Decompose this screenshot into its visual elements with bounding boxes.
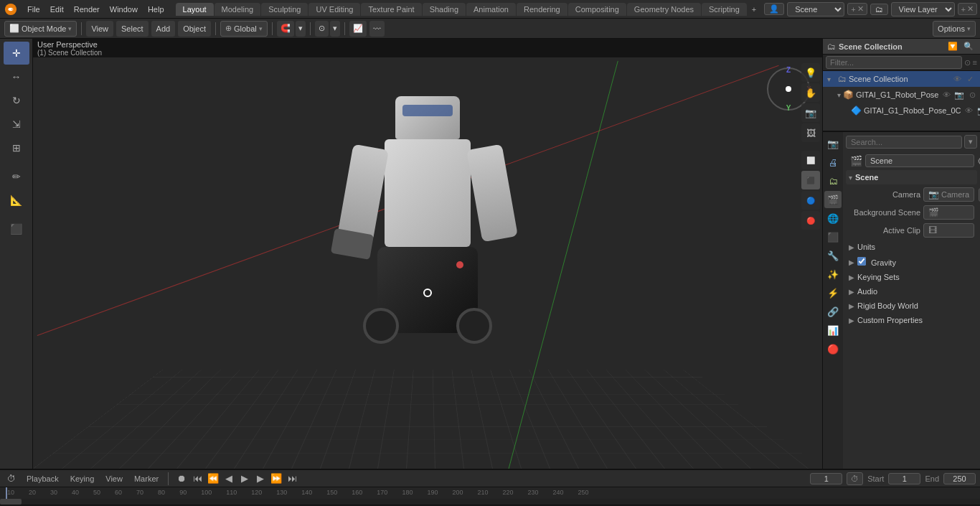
tab-scripting[interactable]: Scripting: [702, 3, 747, 16]
shading-material[interactable]: 🔵: [801, 191, 820, 210]
scene-section-header[interactable]: ▾ Scene: [846, 170, 977, 184]
view-layer-add-btn[interactable]: + ✕: [958, 3, 977, 15]
tab-sculpting[interactable]: Sculpting: [261, 3, 308, 16]
tool-move[interactable]: ↔: [4, 65, 29, 88]
keying-sets-collapse[interactable]: ▶ Keying Sets: [846, 271, 977, 284]
tl-play-btn[interactable]: ▶: [237, 472, 252, 486]
viewport-view-menu[interactable]: View: [86, 21, 113, 37]
camera-btn-robot[interactable]: 📷: [953, 89, 965, 100]
scene-selector[interactable]: Scene: [787, 2, 844, 17]
outliner-search-input[interactable]: [826, 56, 962, 69]
menu-help[interactable]: Help: [143, 4, 169, 15]
prop-tab-modifier[interactable]: 🔧: [824, 247, 842, 264]
tab-rendering[interactable]: Rendering: [517, 3, 567, 16]
prop-tab-render[interactable]: 📷: [824, 135, 842, 152]
viewport-add-menu[interactable]: Add: [151, 21, 176, 37]
shading-solid[interactable]: ⬛: [801, 171, 820, 189]
tl-next-frame-btn[interactable]: ▶: [253, 472, 268, 486]
object-mode-selector[interactable]: ⬜ Object Mode ▾: [4, 21, 77, 37]
vp-tool-overlay[interactable]: ✋: [801, 83, 820, 102]
prop-tab-data[interactable]: 📊: [824, 322, 842, 339]
prop-tab-scene[interactable]: 🎬: [824, 191, 842, 208]
viewport-object-menu[interactable]: Object: [178, 21, 211, 37]
prop-tab-particles[interactable]: ✨: [824, 266, 842, 283]
properties-search-options[interactable]: ▾: [964, 135, 977, 149]
prop-tab-output[interactable]: 🖨: [824, 154, 842, 171]
tab-layout[interactable]: Layout: [176, 3, 214, 16]
scene-name-input[interactable]: [865, 154, 974, 167]
tl-next-keyframe-btn[interactable]: ⏩: [269, 472, 283, 486]
start-frame-input[interactable]: [888, 473, 920, 484]
camera-value[interactable]: 📷 Camera: [923, 187, 974, 202]
vp-tool-snap[interactable]: 💡: [801, 63, 820, 82]
menu-file[interactable]: File: [23, 4, 44, 15]
units-collapse[interactable]: ▶ Units: [846, 240, 977, 253]
prop-tab-material[interactable]: 🔴: [824, 340, 842, 357]
viewport-select-menu[interactable]: Select: [116, 21, 149, 37]
tl-prev-keyframe-btn[interactable]: ⏪: [206, 472, 220, 486]
tl-skip-start-btn[interactable]: ⏮: [190, 472, 204, 486]
tool-rotate[interactable]: ↻: [4, 89, 29, 112]
prop-tab-constraints[interactable]: 🔗: [824, 303, 842, 320]
timeline-scrollbar[interactable]: [0, 499, 980, 505]
tab-modeling[interactable]: Modeling: [215, 3, 261, 16]
outliner-filter-btn[interactable]: 🔽: [946, 41, 960, 52]
exclude-btn-scene[interactable]: ✓: [964, 73, 976, 85]
snap-toggle[interactable]: 🧲: [277, 21, 294, 37]
camera-btn-mesh[interactable]: 📷: [976, 105, 980, 116]
tool-scale[interactable]: ⇲: [4, 113, 29, 136]
view-layer-icon[interactable]: 🗂: [870, 4, 888, 15]
custom-props-collapse[interactable]: ▶ Custom Properties: [846, 314, 977, 327]
outliner-options-icon[interactable]: ≡: [973, 58, 977, 67]
proportional-dropdown[interactable]: ▾: [330, 21, 340, 37]
background-scene-value[interactable]: 🎬: [923, 205, 974, 220]
tab-texture-paint[interactable]: Texture Paint: [361, 3, 421, 16]
tool-annotate[interactable]: ✏: [4, 165, 29, 188]
tool-measure[interactable]: 📐: [4, 189, 29, 212]
tab-uv-editing[interactable]: UV Editing: [308, 3, 360, 16]
tl-marker-menu[interactable]: Marker: [131, 473, 162, 484]
tl-playback-menu[interactable]: Playback: [23, 473, 62, 484]
frame-options-btn[interactable]: ⏱: [847, 472, 863, 485]
prop-tab-physics[interactable]: ⚡: [824, 284, 842, 301]
viewport[interactable]: X Y Z 💡 ✋ 📷 🖼 ⬜ ⬛ 🔵 🔴: [33, 39, 822, 469]
view-layer-selector[interactable]: View Layer: [891, 2, 955, 17]
graph-btn2[interactable]: 〰: [369, 21, 385, 37]
outliner-search-btn[interactable]: 🔍: [961, 41, 976, 52]
user-preferences-btn[interactable]: 👤: [764, 3, 784, 15]
snap-dropdown[interactable]: ▾: [296, 21, 306, 37]
menu-window[interactable]: Window: [105, 4, 142, 15]
eye-btn-mesh[interactable]: 👁: [963, 105, 975, 116]
timeline-body[interactable]: 10 20 30 40 50 60 70 80 90 100 110 120 1…: [0, 487, 980, 505]
tab-geometry-nodes[interactable]: Geometry Nodes: [627, 3, 701, 16]
outliner-item-scene-collection[interactable]: ▾ 🗂 Scene Collection 👁 ✓: [823, 71, 980, 87]
tool-add-cube[interactable]: ⬛: [4, 217, 29, 240]
tl-prev-frame-btn[interactable]: ◀: [222, 472, 236, 486]
scene-options-btn[interactable]: ⚙: [977, 156, 980, 167]
timeline-mode-btn[interactable]: ⏱: [4, 472, 19, 486]
rigid-body-collapse[interactable]: ▶ Rigid Body World: [846, 299, 977, 312]
vp-tool-xray[interactable]: 📷: [801, 103, 820, 122]
end-frame-input[interactable]: [943, 473, 976, 484]
outliner-item-robot-mesh[interactable]: 🔷 GITAI_G1_Robot_Pose_0C 👁 📷 ⊙: [823, 103, 980, 118]
tab-compositing[interactable]: Compositing: [568, 3, 626, 16]
render-btn-robot[interactable]: ⊙: [966, 89, 978, 100]
vp-tool-camera[interactable]: 🖼: [801, 123, 820, 142]
audio-collapse[interactable]: ▶ Audio: [846, 285, 977, 298]
eye-btn-scene[interactable]: 👁: [951, 73, 963, 85]
scene-add-btn[interactable]: + ✕: [847, 3, 867, 15]
prop-tab-world[interactable]: 🌐: [824, 210, 842, 227]
tl-keying-menu[interactable]: Keying: [67, 473, 98, 484]
prop-tab-object[interactable]: ⬛: [824, 228, 842, 245]
gravity-checkbox[interactable]: [857, 257, 866, 266]
shading-rendered[interactable]: 🔴: [801, 211, 820, 230]
menu-edit[interactable]: Edit: [46, 4, 68, 15]
tool-transform[interactable]: ⊞: [4, 136, 29, 159]
outliner-item-robot-pose[interactable]: ▾ 📦 GITAI_G1_Robot_Pose 👁 📷 ⊙: [823, 87, 980, 103]
tl-record-btn[interactable]: ⏺: [174, 472, 189, 486]
tool-cursor[interactable]: ✛: [4, 42, 29, 65]
transform-space[interactable]: ⊕ Global ▾: [220, 21, 268, 37]
tab-animation[interactable]: Animation: [466, 3, 516, 16]
prop-tab-view-layer[interactable]: 🗂: [824, 172, 842, 189]
eye-btn-robot[interactable]: 👁: [941, 89, 952, 100]
